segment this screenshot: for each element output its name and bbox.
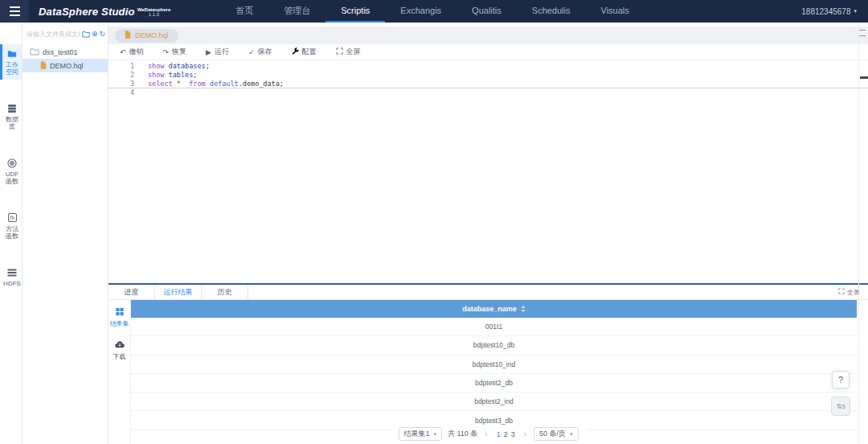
nav-item-scriptis[interactable]: Scriptis: [326, 0, 385, 23]
config-label: 配置: [302, 47, 317, 57]
fullscreen-label: 全屏: [346, 47, 361, 57]
run-button[interactable]: ▶运行: [206, 47, 229, 57]
right-scroll-gutter: [858, 23, 859, 444]
cloud-down-icon: [115, 340, 125, 351]
tree-item-folder[interactable]: dss_test01: [23, 45, 108, 59]
results-tabs: 进度运行结果历史 全屏: [108, 285, 868, 300]
sort-icon[interactable]: [521, 306, 526, 312]
scrollbar-handle[interactable]: [860, 76, 868, 79]
check-icon: ✓: [248, 48, 255, 56]
folder-icon: [30, 47, 39, 57]
refresh-icon[interactable]: ↻: [99, 31, 105, 38]
sidebar-item-database[interactable]: 数据库: [0, 99, 22, 134]
results-rail-download[interactable]: 下载: [113, 340, 126, 361]
undo-icon: ↶: [120, 48, 126, 56]
results-rail-label: 结果集: [110, 319, 129, 328]
table-header[interactable]: database_name: [131, 300, 857, 318]
fx-icon: fx: [7, 212, 18, 223]
prev-page-button[interactable]: ‹: [483, 430, 489, 438]
wrench-icon: [292, 47, 299, 56]
column-header-label: database_name: [462, 305, 517, 313]
results-tab-progress[interactable]: 进度: [108, 285, 155, 299]
line-number: 4: [108, 88, 134, 97]
page-number-1[interactable]: 1: [495, 430, 502, 438]
table-row: 001t1: [131, 318, 857, 336]
results-tab-history[interactable]: 历史: [202, 285, 248, 299]
results-rail-label: 下载: [113, 352, 126, 361]
tree-item-file[interactable]: DEMO.hql: [23, 59, 108, 72]
app-logo: DataSphere Studio WeDatasphere 1.1.0: [39, 6, 170, 18]
tree-folder-label: dss_test01: [43, 48, 78, 56]
nav-item-home[interactable]: 首页: [220, 0, 268, 23]
redo-button[interactable]: ↷恢复: [163, 47, 187, 57]
results-panel: 进度运行结果历史 全屏 结果集下载 database_name: [108, 283, 868, 444]
logo-text: DataSphere Studio: [39, 6, 135, 18]
nav-item-visualis[interactable]: Visuals: [586, 0, 645, 23]
editor-toolbar: ↶撤销↷恢复▶运行✓保存配置全屏: [108, 44, 868, 60]
tree-search-row: ⊕ ↻: [23, 27, 108, 40]
hdfs-icon: [7, 267, 18, 278]
code-line: 2show tables;: [108, 71, 868, 80]
sidebar-item-workspace[interactable]: 工作空间: [0, 44, 22, 80]
pagination-bar: 结果集1 ▾ 共 110 条 ‹ 123 › 50 条/页 ▾: [390, 426, 586, 442]
database-icon: [7, 103, 18, 113]
table-row: bdptest2_db: [131, 374, 857, 393]
udf-icon: [7, 158, 18, 168]
nav-item-schedulis[interactable]: Schedulis: [517, 0, 586, 23]
file-search-input[interactable]: [27, 31, 80, 38]
save-label: 保存: [258, 47, 272, 57]
new-folder-icon[interactable]: [82, 31, 90, 38]
redo-icon: ↷: [163, 48, 170, 56]
result-set-select[interactable]: 结果集1 ▾: [398, 427, 442, 441]
results-fullscreen-button[interactable]: 全屏: [838, 285, 860, 299]
sidebar-item-method-functions[interactable]: fx方法函数: [0, 208, 22, 244]
editor-tabbar: DEMO.hql: [108, 27, 868, 44]
line-number: 2: [108, 71, 134, 80]
scroll-indicator-button[interactable]: ⇅5: [831, 397, 850, 416]
code-line: 1show databases;: [108, 62, 868, 71]
page-size-select[interactable]: 50 条/页 ▾: [534, 427, 579, 441]
code-text: show databases;: [134, 62, 210, 71]
grid-icon: [115, 307, 125, 318]
save-button[interactable]: ✓保存: [248, 47, 272, 57]
user-menu[interactable]: 18812345678 ▾: [801, 7, 857, 16]
undo-label: 撤销: [129, 47, 144, 57]
sidebar-item-udf-functions[interactable]: UDF函数: [0, 154, 22, 189]
logo-version: 1.1.0: [149, 12, 159, 18]
results-side-rail: 结果集下载: [108, 300, 131, 444]
result-set-select-value: 结果集1: [403, 429, 429, 439]
code-line: 3select * from default.demo_data;: [108, 80, 868, 88]
config-button[interactable]: 配置: [292, 47, 317, 57]
results-rail-result-set[interactable]: 结果集: [110, 307, 129, 328]
fullscreen-button[interactable]: 全屏: [336, 47, 361, 57]
nav-item-console[interactable]: 管理台: [268, 0, 326, 23]
page-number-2[interactable]: 2: [502, 430, 510, 438]
code-text: show tables;: [134, 71, 197, 80]
user-phone: 18812345678: [801, 7, 850, 16]
results-tab-result[interactable]: 运行结果: [155, 285, 202, 299]
table-row: bdptest2_ind: [131, 393, 857, 411]
table-rows: 001t1bdptest10_dbbdptest10_indbdptest2_d…: [131, 318, 857, 430]
editor-tab[interactable]: DEMO.hql: [115, 29, 178, 43]
fullscreen-icon: [838, 288, 845, 296]
run-label: 运行: [215, 47, 229, 57]
nav-item-qualitis[interactable]: Qualitis: [457, 0, 517, 23]
fullscreen-icon: [336, 47, 343, 56]
next-page-button[interactable]: ›: [522, 430, 528, 438]
line-number: 3: [108, 80, 134, 88]
code-editor[interactable]: 1show databases;2show tables;3select * f…: [108, 60, 868, 283]
menu-toggle-button[interactable]: [0, 0, 29, 23]
chevron-down-icon: ▾: [570, 431, 573, 438]
top-navbar: DataSphere Studio WeDatasphere 1.1.0 首页管…: [0, 0, 868, 23]
total-count: 共 110 条: [448, 429, 477, 439]
undo-button[interactable]: ↶撤销: [120, 47, 144, 57]
sidebar-item-label: 方法函数: [3, 225, 21, 240]
sidebar-item-hdfs[interactable]: HDFS: [0, 263, 22, 291]
help-button[interactable]: ?: [832, 371, 850, 388]
folder-icon: [7, 48, 18, 59]
page-number-3[interactable]: 3: [510, 430, 517, 438]
new-file-icon[interactable]: ⊕: [92, 31, 98, 38]
hql-file-icon: [125, 31, 131, 40]
nav-item-exchangis[interactable]: Exchangis: [385, 0, 457, 23]
sidebar-item-label: HDFS: [3, 280, 21, 287]
